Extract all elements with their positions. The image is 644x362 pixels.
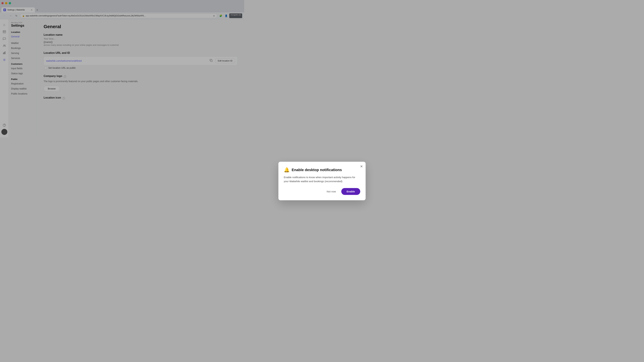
modal-overlay: ✕ 🔔 Enable desktop notifications Enable … <box>0 0 244 137</box>
